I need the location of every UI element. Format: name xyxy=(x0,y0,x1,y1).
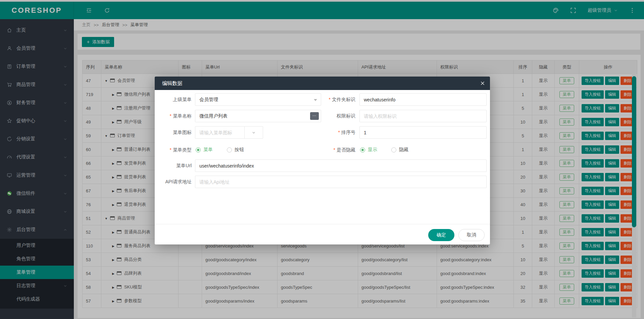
radio-icon xyxy=(196,147,201,152)
footer-divider xyxy=(155,224,490,224)
menu-type-label: 菜单类型 xyxy=(158,142,192,157)
icon-picker-dropdown[interactable] xyxy=(244,126,263,139)
menu-name-label: 菜单名称 xyxy=(158,110,192,122)
menu-url-label: 菜单Url xyxy=(158,160,192,172)
menu-icon-input[interactable] xyxy=(195,126,245,139)
menu-url-input[interactable] xyxy=(195,160,487,172)
radio-icon xyxy=(360,147,365,152)
perm-input[interactable] xyxy=(359,110,487,122)
perm-label: 权限标识 xyxy=(322,110,355,122)
is-hidden-radio-hide[interactable]: 隐藏 xyxy=(391,147,408,153)
dialog-title: 编辑数据 xyxy=(155,77,490,90)
sort-label: 排序号 xyxy=(322,126,355,139)
menu-name-input[interactable] xyxy=(195,110,321,122)
api-url-input[interactable] xyxy=(195,176,487,188)
parent-menu-value: 会员管理 xyxy=(199,97,218,102)
chevron-down-icon xyxy=(252,131,256,135)
parent-menu-select[interactable]: 会员管理 xyxy=(195,93,321,106)
radio-icon xyxy=(391,147,396,152)
api-url-label: API请求地址 xyxy=(158,176,192,188)
close-icon[interactable] xyxy=(480,80,486,86)
radio-icon xyxy=(227,147,232,152)
parent-menu-label: 上级菜单 xyxy=(158,93,192,106)
cancel-button[interactable]: 取消 xyxy=(458,229,485,241)
is-hidden-label: 是否隐藏 xyxy=(322,142,355,157)
sort-input[interactable] xyxy=(359,126,487,139)
edit-dialog: 编辑数据 上级菜单 会员管理 文件夹标识 菜单名称 ⋯ 权限标识 菜单图标 排序… xyxy=(155,77,490,244)
folder-label: 文件夹标识 xyxy=(322,93,355,106)
is-hidden-radio-show[interactable]: 显示 xyxy=(360,147,377,153)
menu-icon-label: 菜单图标 xyxy=(158,126,192,139)
ime-indicator-icon: ⋯ xyxy=(310,112,319,120)
folder-input[interactable] xyxy=(359,93,487,106)
menu-type-radio-menu[interactable]: 菜单 xyxy=(196,147,213,153)
select-caret-icon xyxy=(314,99,317,101)
menu-type-radio-button[interactable]: 按钮 xyxy=(227,147,244,153)
confirm-button[interactable]: 确定 xyxy=(428,229,454,241)
